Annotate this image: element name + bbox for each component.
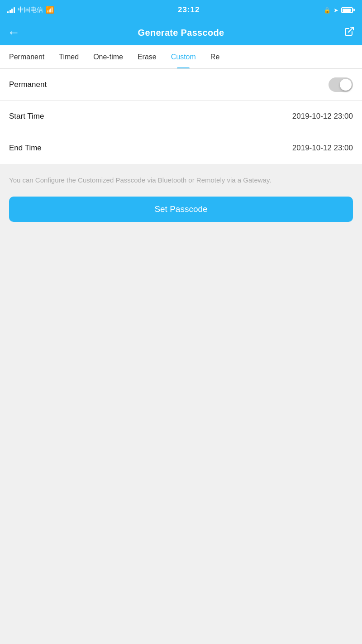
end-time-label: End Time [9, 144, 42, 153]
back-button[interactable]: ← [7, 25, 20, 40]
permanent-row: Permanent [0, 69, 362, 101]
settings-card: Permanent Start Time 2019-10-12 23:00 En… [0, 69, 362, 164]
tab-re[interactable]: Re [203, 45, 227, 69]
permanent-toggle[interactable] [329, 77, 353, 92]
battery-icon [341, 7, 355, 13]
carrier-label: 中国电信 [18, 6, 43, 14]
status-left: 中国电信 📶 [7, 6, 54, 14]
set-passcode-button[interactable]: Set Passcode [9, 197, 353, 222]
content-area: Permanent Start Time 2019-10-12 23:00 En… [0, 69, 362, 644]
status-right: 🔒 ➤ [324, 7, 355, 14]
tab-permanent[interactable]: Permanent [2, 45, 52, 69]
tab-custom[interactable]: Custom [164, 45, 203, 69]
navigation-icon: ➤ [333, 7, 338, 14]
page-title: Generate Passcode [138, 28, 224, 38]
tab-timed[interactable]: Timed [52, 45, 86, 69]
wifi-icon: 📶 [46, 6, 54, 14]
start-time-label: Start Time [9, 112, 44, 121]
location-icon: 🔒 [324, 7, 331, 14]
tab-erase[interactable]: Erase [130, 45, 164, 69]
start-time-row[interactable]: Start Time 2019-10-12 23:00 [0, 101, 362, 132]
tab-bar: Permanent Timed One-time Erase Custom Re [0, 45, 362, 69]
end-time-row[interactable]: End Time 2019-10-12 23:00 [0, 132, 362, 164]
permanent-label: Permanent [9, 80, 47, 89]
signal-icon [7, 7, 15, 13]
start-time-value: 2019-10-12 23:00 [292, 112, 353, 121]
tab-one-time[interactable]: One-time [86, 45, 130, 69]
header: ← Generate Passcode [0, 20, 362, 45]
svg-line-0 [348, 27, 353, 32]
share-button[interactable] [344, 26, 355, 39]
end-time-value: 2019-10-12 23:00 [292, 144, 353, 153]
info-text: You can Configure the Customized Passcod… [0, 164, 362, 193]
status-bar: 中国电信 📶 23:12 🔒 ➤ [0, 0, 362, 20]
status-time: 23:12 [178, 5, 200, 14]
